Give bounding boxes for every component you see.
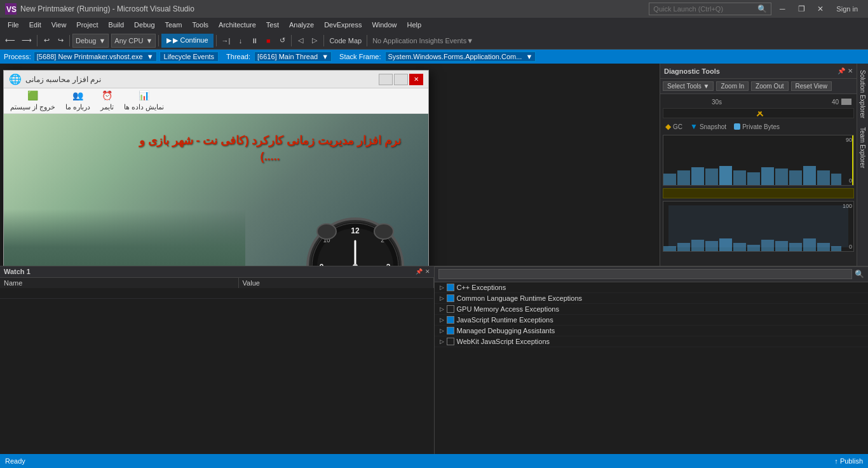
exc-label-clr: Common Language Runtime Exceptions [457,294,583,302]
app-window: 🌐 نرم افزار محاسبه زمانی ─ □ ✕ 📊 نمایش د… [3,70,429,266]
select-tools-btn[interactable]: Select Tools ▼ [663,81,714,91]
exc-expand-icon-webkit[interactable]: ▷ [440,338,444,345]
toolbar-sep5 [291,35,292,46]
thread-dropdown[interactable]: [6616] Main Thread ▼ [254,52,332,62]
menu-file[interactable]: File [3,20,24,30]
toolbar-nav-fwd[interactable]: ▷ [308,34,321,48]
menu-help[interactable]: Help [402,20,427,30]
lifecycle-btn[interactable]: Lifecycle Events [159,52,219,62]
watch-close-icon[interactable]: ✕ [425,268,430,275]
svg-text:3: 3 [386,263,391,266]
exception-webkit[interactable]: ▷ WebKit JavaScript Exceptions [435,336,869,347]
platform-dropdown[interactable]: Any CPU ▼ [111,34,156,48]
app-menu-display-data[interactable]: 📊 نمایش داده ها [124,90,164,111]
exception-mda[interactable]: ▷ Managed Debugging Assistants [435,326,869,336]
menu-test[interactable]: Test [261,20,284,30]
exception-cpp[interactable]: ▷ C++ Exceptions [435,282,869,293]
exc-checkbox-clr[interactable] [447,294,454,302]
signin-label[interactable]: Sign in [831,5,863,13]
diag-chart1: 90 0 [663,135,854,186]
exc-checkbox-mda[interactable] [447,327,454,334]
menu-analyze[interactable]: Analyze [284,20,319,30]
app-insights-btn[interactable]: No Application Insights Events ▼ [370,34,476,48]
team-explorer-tab[interactable]: Team Explorer [858,123,867,172]
stack-dropdown[interactable]: System.Windows.Forms.Application.Com... … [385,52,536,62]
app-window-title: نرم افزار محاسبه زمانی [25,75,101,84]
quick-launch-input[interactable] [653,5,755,13]
watch-pin-icon[interactable]: 📌 [416,268,423,275]
app-main-text: نرم افزار مدیریت زمانی کارکرد (کافی نت -… [131,133,409,165]
toolbar-forward-btn[interactable]: ⟶ [19,34,34,48]
exception-gpu[interactable]: ▷ GPU Memory Access Exceptions [435,304,869,315]
menu-build[interactable]: Build [104,20,129,30]
app-menu-about[interactable]: 👥 درباره ما [65,90,90,111]
exc-checkbox-cpp[interactable] [447,284,454,291]
exc-checkbox-gpu[interactable] [447,305,454,313]
chart2-min: 0 [849,244,852,250]
toolbar-nav-back[interactable]: ◁ [294,34,307,48]
exception-js[interactable]: ▷ JavaScript Runtime Exceptions [435,315,869,326]
exc-expand-icon[interactable]: ▷ [440,284,444,291]
close-button[interactable]: ✕ [812,3,829,15]
diag-titlebar: Diagnostic Tools 📌 ✕ [660,64,857,79]
code-map-btn[interactable]: Code Map [327,34,364,48]
diag-pin-icon[interactable]: 📌 [837,67,845,74]
debug-config-dropdown[interactable]: Debug ▼ [72,34,109,48]
menu-view[interactable]: View [46,20,72,30]
toolbar-pause[interactable]: ⏸ [248,34,261,48]
app-menu-timer[interactable]: ⏰ تایمر [100,90,114,111]
exception-clr[interactable]: ▷ Common Language Runtime Exceptions [435,293,869,304]
menu-devexpress[interactable]: DevExpress [319,20,367,30]
exc-expand-icon-mda[interactable]: ▷ [440,327,444,334]
watch-input-row[interactable] [0,288,433,299]
toolbar-back-btn[interactable]: ⟵ [3,34,18,48]
logout-label: خروج از سیستم [10,103,55,111]
toolbar-restart[interactable]: ↺ [276,34,288,48]
continue-button[interactable]: ▶ ▶ Continue [161,34,213,48]
app-close-btn[interactable]: ✕ [409,74,423,85]
solution-explorer-tab[interactable]: Solution Explorer [858,66,867,122]
restore-button[interactable]: ❐ [793,3,810,15]
menu-architecture[interactable]: Architecture [214,20,261,30]
watch-name-input[interactable] [4,289,430,297]
publish-btn[interactable]: ↑ Publish [834,457,863,465]
app-window-controls: ─ □ ✕ [379,74,423,85]
toolbar-redo-btn[interactable]: ↪ [54,34,67,48]
app-minimize-btn[interactable]: ─ [379,74,393,85]
search-icon: 🔍 [757,4,767,13]
toolbar-undo-btn[interactable]: ↩ [40,34,53,48]
exc-label-mda: Managed Debugging Assistants [457,327,555,334]
app-maximize-btn[interactable]: □ [394,74,408,85]
app-logo-icon: 🌐 [9,73,22,85]
menu-window[interactable]: Window [367,20,402,30]
menu-debug[interactable]: Debug [129,20,159,30]
app-menubar: 📊 نمایش داده ها ⏰ تایمر 👥 درباره ما 🟩 خر… [4,88,428,114]
svg-text:9: 9 [320,263,324,266]
toolbar-sep4 [216,35,217,46]
exc-checkbox-webkit[interactable] [447,338,454,345]
zoom-in-btn[interactable]: Zoom In [716,81,749,91]
toolbar-stop[interactable]: ■ [262,34,275,48]
quick-launch-box[interactable]: 🔍 [649,3,771,15]
menu-team[interactable]: Team [160,20,187,30]
toolbar-step-over[interactable]: →| [219,34,233,48]
reset-view-btn[interactable]: Reset View [791,81,832,91]
exception-search-icon[interactable]: 🔍 [855,270,864,279]
exc-checkbox-js[interactable] [447,316,454,324]
svg-text:12: 12 [351,226,360,235]
app-menu-logout[interactable]: 🟩 خروج از سیستم [10,90,55,111]
exc-expand-icon-js[interactable]: ▷ [440,317,444,323]
toolbar: ⟵ ⟶ ↩ ↪ Debug ▼ Any CPU ▼ ▶ ▶ Continue →… [0,32,868,50]
watch-panel: Watch 1 📌 ✕ Name Value [0,266,435,455]
diag-close-icon[interactable]: ✕ [848,67,853,74]
minimize-button[interactable]: ─ [774,3,790,15]
exc-expand-icon-gpu[interactable]: ▷ [440,306,444,312]
menu-edit[interactable]: Edit [24,20,46,30]
toolbar-step-into[interactable]: ↓ [234,34,247,48]
zoom-out-btn[interactable]: Zoom Out [751,81,788,91]
menu-project[interactable]: Project [71,20,103,30]
exc-expand-icon-clr[interactable]: ▷ [440,295,444,301]
process-dropdown[interactable]: [5688] New Printmaker.vshost.exe ▼ [34,52,157,62]
menu-tools[interactable]: Tools [187,20,214,30]
exception-search-input[interactable] [438,269,853,279]
